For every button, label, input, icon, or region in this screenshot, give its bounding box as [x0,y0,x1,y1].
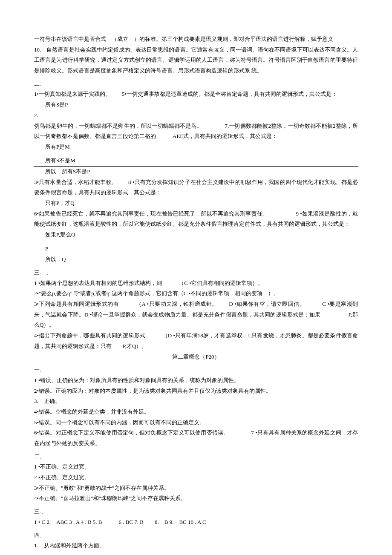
chapter2-1-item4: 4•错误。空概念的外延是空类，并非没有外延。 [34,407,358,417]
question-3-1: 1 •如果两个思想的表达具有相同的思维形式结构，则 （C •它们具有相同的逻辑常… [34,278,358,289]
chapter2-section-4-header: 四、 [34,530,358,541]
chapter-2-title: 第二章概念（P20） [34,352,358,362]
question-3-3: 3•下列命题具有相同逻辑形式的有 （A •只要功夫深，铁杆磨成针。 D •如果你… [34,299,358,331]
chapter2-1-item3: 3. 正确。 [34,396,358,407]
chapter2-section-3-header: 三.、 [34,506,358,517]
spacer [34,240,358,244]
chapter2-1-item6: 6•错误。对正概念下定义不能使用否定句，但对负概念下定义可以使用否错误。 7 •… [34,428,358,449]
question-2-3: 3•只有水量合适，水稻才能丰收。 8 •只有充分发挥知识分子在社会主义建设中的积… [34,177,358,198]
formula-2-2-line1: 所有P是M [34,142,358,152]
chapter2-section-2-header: 二、 [34,451,358,462]
chapter2-2-item3: 3•不正确。"勇敢"和"勇敢的战士"之间不存在属种关系。 [34,483,358,494]
question-2-6: 6•如果被告已经死亡，就不再追究其刑事责任，现在被告已经死了，所以不再追究其刑事… [34,209,358,230]
formula-2-2-line3: 所以，所有S不是P [34,167,358,177]
question-3-4: 4•指出下列命题中，哪些具有共同的逻辑形式 （D •只有年满18岁，才有选举权。… [34,331,358,351]
paragraph-rule-continuation: 一符号串在该语言中是否合式 （成立 ）的标准。第三个构成要素是语义规则，即对合乎… [34,34,358,45]
chapter2-2-item1: 1 •不正确。定义过宽。 [34,462,358,472]
section-header-2: 二、 [34,79,358,89]
chapter2-3-answers: 1 • C 2. ABC 3 . A 4 . B 5. B 6 . BC 7. … [34,517,358,528]
section-header-3: 三. 、 [34,267,358,278]
formula-2-6-line1: 如果P,那么Q [34,230,358,240]
question-3-2: 2•"要么p,要么q"与"或者p,或者q"这两个命题形式，它们含有（C •不同的… [34,288,358,299]
chapter2-section-1-header: 一、 [34,365,358,375]
chapter2-1-item1: 1 •错误。正确的应为：对象所具有的性质和对象间具有的关系，统称为对象的属性。 [34,375,358,386]
chapter2-1-item5: 5•错误。同一个概念可以有不同的内涵，因而可以有不同的正确定义。 [34,417,358,428]
spacer [34,152,358,156]
formula-2-6-line3: 所以，Q [34,254,358,265]
question-2-2b: 切鸟都是卵生的，一切蝙蝠都不是卵生的，所以一切蝙蝠都不是鸟。 7.一切偶数都能被… [34,121,358,142]
formula-2-6-line2: P [34,244,358,255]
chapter2-1-item2: 2•错误。正确的应为：对象的本质属性，是为该类对象共同具有并且仅仅为该类对象具有… [34,386,358,397]
chapter2-2-item2: 2 •不正确。定义过宽。 [34,472,358,483]
paragraph-item-10: 10. 自然语言是社会实践中约定俗成的、表达日常思维的语言。它通常有歧义，同一语… [34,45,358,76]
question-2-1: 1•一切真知都是来源于实践的。 5•一切交通事故都是违章造成的。都是全称肯定命题… [34,89,358,100]
formula-2-3: 只有P，才Q [34,198,358,209]
chapter2-4-item1: 1. 从内涵和外延两个方面。 [34,541,358,551]
formula-2-2-line2: 所有S不是M [34,155,358,167]
chapter2-2-item4: 4•不正确。"喜马拉雅山"和"珠穆朗玛峰"之间不存在属种关系。 [34,493,358,504]
formula-2-1: 所有S是P [34,100,358,110]
question-2-2a: 2. — [34,110,358,121]
